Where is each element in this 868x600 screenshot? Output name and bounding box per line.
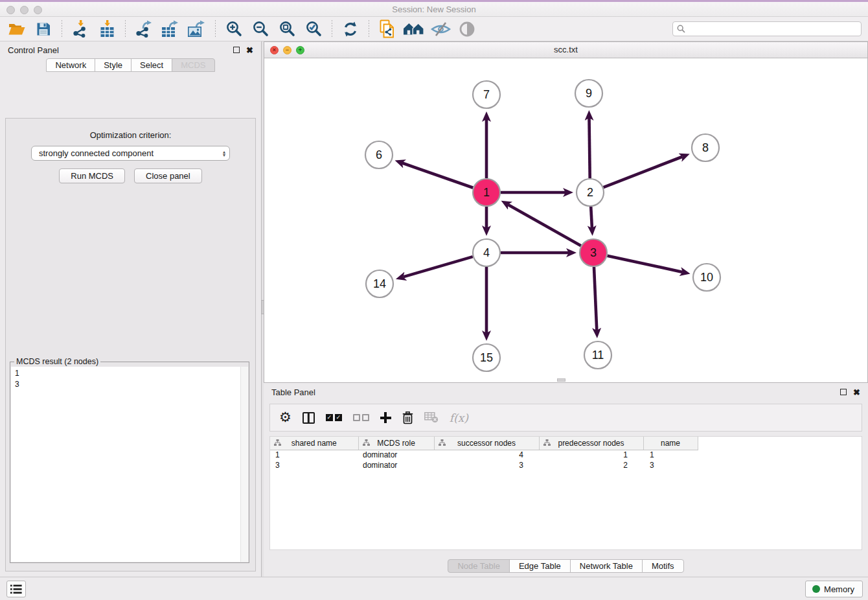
network-zoom-button[interactable]: + <box>296 46 304 54</box>
edge-2-8[interactable] <box>604 157 683 187</box>
search-input[interactable] <box>689 25 857 34</box>
show-columns-button[interactable] <box>303 408 315 428</box>
node-14[interactable]: 14 <box>366 270 393 297</box>
edge-2-3[interactable] <box>591 207 592 228</box>
window-close-button[interactable] <box>6 6 15 14</box>
svg-text:3: 3 <box>590 246 597 259</box>
task-history-button[interactable] <box>6 581 26 597</box>
node-9[interactable]: 9 <box>575 80 602 107</box>
shared-column-icon <box>274 439 281 448</box>
edge-3-10[interactable] <box>607 256 682 272</box>
open-session-button[interactable] <box>6 19 27 40</box>
mcds-result-box: MCDS result (2 nodes) 1 3 <box>10 362 249 563</box>
search-box[interactable] <box>672 21 862 36</box>
network-window-title: scc.txt <box>264 42 867 58</box>
hide-selected-button[interactable] <box>430 19 451 40</box>
first-neighbors-button[interactable] <box>404 19 424 40</box>
tab-network-table[interactable]: Network Table <box>570 559 643 573</box>
node-8[interactable]: 8 <box>692 134 719 161</box>
export-image-button[interactable] <box>187 19 207 40</box>
svg-text:6: 6 <box>376 148 382 161</box>
tab-node-table[interactable]: Node Table <box>448 559 510 573</box>
mcds-result-value: 3 <box>15 379 244 390</box>
node-3[interactable]: 3 <box>580 239 607 266</box>
criterion-dropdown[interactable]: strongly connected component ▴▾ <box>31 146 230 161</box>
column-header-successor-nodes[interactable]: successor nodes <box>434 437 539 450</box>
table-row[interactable]: 3dominator323 <box>270 460 862 470</box>
column-settings-button[interactable]: ⚙ <box>279 408 291 428</box>
edge-3-11[interactable] <box>594 267 597 330</box>
edge-4-14[interactable] <box>403 257 472 277</box>
edge-1-6[interactable] <box>402 163 473 188</box>
mcds-result-legend: MCDS result (2 nodes) <box>14 357 100 366</box>
import-table-button[interactable] <box>97 19 117 40</box>
node-11[interactable]: 11 <box>584 341 611 369</box>
table-panel-title: Table Panel <box>271 387 315 397</box>
mcds-result-text: 1 3 <box>11 367 248 391</box>
close-panel-button[interactable]: Close panel <box>134 168 202 183</box>
window-zoom-button[interactable] <box>34 6 42 14</box>
node-15[interactable]: 15 <box>473 344 500 371</box>
tab-motifs[interactable]: Motifs <box>642 559 684 573</box>
zoom-in-button[interactable] <box>223 19 244 40</box>
export-table-icon <box>161 20 180 38</box>
export-table-button[interactable] <box>160 19 181 40</box>
node-1[interactable]: 1 <box>473 179 500 206</box>
save-session-button[interactable] <box>33 19 54 40</box>
column-header-mcds-role[interactable]: MCDS role <box>358 437 434 450</box>
network-scroll-handle[interactable] <box>557 378 565 382</box>
close-panel-icon[interactable]: ✖ <box>246 46 253 54</box>
tab-edge-table[interactable]: Edge Table <box>509 559 571 573</box>
tab-network[interactable]: Network <box>46 58 95 72</box>
toolbar-separator <box>215 20 216 38</box>
network-close-button[interactable]: × <box>270 46 279 54</box>
network-minimize-button[interactable]: − <box>283 46 291 54</box>
select-all-button[interactable]: ✓✓ <box>326 408 342 428</box>
column-header-predecessor-nodes[interactable]: predecessor nodes <box>539 437 643 450</box>
node-10[interactable]: 10 <box>693 264 720 291</box>
delete-column-button[interactable] <box>424 408 439 428</box>
node-4[interactable]: 4 <box>473 239 500 266</box>
result-scrollbar[interactable] <box>240 367 248 562</box>
zoom-out-icon <box>252 20 269 38</box>
function-builder-button[interactable]: f(x) <box>450 408 468 428</box>
tab-mcds[interactable]: MCDS <box>172 58 214 72</box>
delete-row-button[interactable] <box>402 408 413 428</box>
zoom-selected-button[interactable] <box>303 19 324 40</box>
apply-layout-button[interactable] <box>340 19 361 40</box>
network-window-titlebar[interactable]: × − + scc.txt <box>264 42 867 58</box>
run-mcds-button[interactable]: Run MCDS <box>59 168 125 183</box>
node-7[interactable]: 7 <box>473 81 500 108</box>
memory-button[interactable]: Memory <box>805 581 863 597</box>
edge-3-1[interactable] <box>508 205 581 246</box>
network-canvas[interactable]: 7968124314101511 <box>264 58 867 382</box>
add-row-button[interactable] <box>380 408 391 428</box>
tab-select[interactable]: Select <box>131 58 172 72</box>
node-6[interactable]: 6 <box>365 141 393 168</box>
deselect-all-button[interactable] <box>353 408 369 428</box>
window-minimize-button[interactable] <box>20 6 29 14</box>
export-network-button[interactable] <box>133 19 154 40</box>
column-header-shared-name[interactable]: shared name <box>270 437 358 450</box>
shared-column-icon <box>363 439 370 448</box>
clone-network-button[interactable] <box>377 19 398 40</box>
zoom-fit-icon <box>279 20 296 38</box>
clone-network-icon <box>380 19 396 38</box>
float-panel-icon[interactable] <box>233 47 240 53</box>
edge-2-9[interactable] <box>589 118 589 178</box>
import-network-button[interactable] <box>70 19 91 40</box>
tab-style[interactable]: Style <box>95 58 131 72</box>
mcds-result-value: 1 <box>15 368 244 379</box>
column-header-name[interactable]: name <box>643 437 698 450</box>
header-filler <box>698 437 862 450</box>
shared-column-icon <box>543 439 551 448</box>
import-table-icon <box>98 20 116 38</box>
eye-icon <box>459 21 475 38</box>
float-table-panel-icon[interactable] <box>840 389 847 395</box>
zoom-out-button[interactable] <box>250 19 271 40</box>
close-table-panel-icon[interactable]: ✖ <box>853 388 860 397</box>
node-2[interactable]: 2 <box>577 179 604 206</box>
show-all-button[interactable] <box>457 19 477 40</box>
zoom-fit-button[interactable] <box>277 19 297 40</box>
table-row[interactable]: 1dominator411 <box>270 450 862 460</box>
